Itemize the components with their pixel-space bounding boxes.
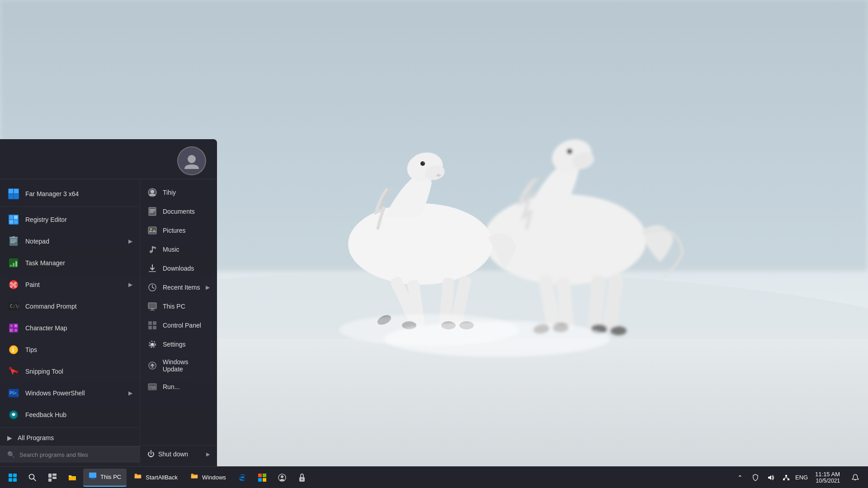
menu-item-music[interactable]: Music — [140, 240, 217, 259]
menu-item-windows-update[interactable]: Windows Update — [140, 354, 217, 377]
notepad-icon — [7, 235, 20, 248]
paint-arrow: ▶ — [128, 282, 132, 288]
menu-item-paint[interactable]: Paint ▶ — [0, 274, 140, 296]
search-input[interactable] — [19, 451, 132, 458]
shutdown-icon: ⏻ — [147, 450, 155, 458]
snipping-tool-label: Snipping Tool — [25, 368, 63, 375]
taskbar-left: This PC StartAllBack Windows — [0, 469, 733, 487]
taskbar: This PC StartAllBack Windows — [0, 466, 868, 488]
svg-point-20 — [420, 161, 425, 166]
menu-item-feedback-hub[interactable]: Feedback Hub — [0, 404, 140, 426]
tihiy-label: Tihiy — [163, 189, 176, 196]
tray-expand-button[interactable]: ⌃ — [733, 469, 747, 487]
svg-rect-114 — [91, 478, 94, 479]
menu-item-command-prompt[interactable]: C:\>_ Command Prompt — [0, 296, 140, 317]
network-tray-icon[interactable] — [779, 469, 793, 487]
search-button[interactable] — [24, 469, 42, 487]
svg-rect-116 — [135, 475, 141, 478]
user-avatar[interactable] — [177, 146, 206, 175]
svg-text:D: D — [15, 329, 17, 332]
svg-point-87 — [150, 228, 152, 230]
search-icon: 🔍 — [7, 451, 15, 458]
svg-rect-109 — [48, 474, 52, 478]
store-button[interactable] — [253, 469, 271, 487]
svg-point-33 — [188, 155, 196, 163]
edge-button[interactable] — [233, 469, 251, 487]
shutdown-bar[interactable]: ⏻ Shut down ▶ — [140, 445, 217, 463]
svg-text:C: C — [10, 329, 12, 332]
svg-rect-47 — [10, 241, 17, 242]
menu-item-this-pc[interactable]: This PC — [140, 297, 217, 316]
svg-rect-49 — [12, 236, 15, 238]
taskbar-app-startallback[interactable]: StartAllBack — [128, 469, 183, 487]
menu-item-powershell[interactable]: PS>_ Windows PowerShell ▶ — [0, 382, 140, 404]
taskbar-right: ⌃ ENG — [733, 469, 868, 487]
menu-item-tips[interactable]: i Tips — [0, 339, 140, 361]
svg-text:i: i — [12, 347, 14, 353]
feedback-hub-icon — [7, 408, 20, 421]
search-bar: 🔍 — [0, 446, 140, 463]
svg-text:C:\>_: C:\>_ — [10, 304, 19, 309]
file-explorer-button[interactable] — [63, 469, 81, 487]
task-view-button[interactable] — [43, 469, 61, 487]
taskbar-app-windows[interactable]: Windows — [185, 469, 231, 487]
windows-update-icon — [147, 361, 157, 371]
run-icon: run — [147, 382, 157, 392]
notepad-arrow: ▶ — [128, 238, 132, 244]
svg-rect-86 — [148, 227, 156, 234]
menu-item-recent-items[interactable]: Recent Items ▶ — [140, 278, 217, 297]
menu-item-all-programs[interactable]: ▶ All Programs — [0, 430, 140, 446]
menu-item-notepad[interactable]: Notepad ▶ — [0, 230, 140, 252]
security-tray-icon[interactable] — [748, 469, 763, 487]
menu-item-snipping-tool[interactable]: Snipping Tool — [0, 361, 140, 382]
menu-item-tihiy[interactable]: Tihiy — [140, 183, 217, 202]
svg-point-32 — [339, 314, 520, 346]
svg-point-16 — [610, 326, 627, 335]
this-pc-label: This PC — [163, 303, 185, 310]
svg-rect-94 — [150, 310, 155, 311]
svg-point-55 — [10, 282, 13, 285]
menu-item-run[interactable]: run Run... — [140, 377, 217, 396]
notification-button[interactable] — [846, 469, 864, 487]
menu-item-documents[interactable]: Documents — [140, 202, 217, 221]
svg-rect-93 — [151, 309, 154, 310]
clock-time: 11:15 AM — [815, 471, 840, 478]
menu-item-control-panel[interactable]: Control Panel — [140, 316, 217, 335]
svg-point-21 — [423, 162, 425, 164]
registry-editor-icon — [7, 213, 20, 226]
svg-point-22 — [436, 174, 441, 177]
menu-item-downloads[interactable]: Downloads — [140, 259, 217, 278]
menu-item-pictures[interactable]: Pictures — [140, 221, 217, 240]
svg-rect-112 — [48, 479, 52, 482]
this-pc-taskbar-label: This PC — [100, 474, 121, 480]
menu-item-registry-editor[interactable]: Registry Editor — [0, 209, 140, 230]
svg-rect-128 — [788, 479, 789, 480]
menu-item-far-manager[interactable]: Far Manager 3 x64 — [0, 183, 140, 205]
menu-item-settings[interactable]: Settings — [140, 335, 217, 354]
spacer — [140, 396, 217, 445]
svg-rect-90 — [149, 271, 156, 272]
svg-point-7 — [567, 149, 572, 154]
svg-rect-96 — [153, 321, 156, 325]
svg-rect-105 — [13, 474, 17, 477]
start-menu: Far Manager 3 x64 Registry Editor Notepa… — [0, 139, 217, 466]
svg-rect-118 — [258, 474, 262, 477]
tihiy-icon — [147, 188, 157, 197]
taskbar-app-this-pc[interactable]: This PC — [83, 469, 127, 487]
menu-body: Far Manager 3 x64 Registry Editor Notepa… — [0, 179, 217, 466]
paint-icon — [7, 278, 20, 291]
search-agent-button[interactable] — [273, 469, 291, 487]
volume-tray-icon[interactable] — [764, 469, 778, 487]
startallback-label: StartAllBack — [146, 474, 178, 481]
svg-rect-107 — [13, 478, 17, 482]
lock-button[interactable] — [293, 469, 311, 487]
language-indicator[interactable]: ENG — [794, 469, 809, 487]
start-button[interactable] — [4, 469, 22, 487]
svg-point-123 — [281, 475, 283, 478]
clock-area[interactable]: 11:15 AM 10/5/2021 — [810, 469, 845, 487]
svg-rect-117 — [191, 475, 198, 478]
menu-item-character-map[interactable]: ABCD Character Map — [0, 317, 140, 339]
clock-date: 10/5/2021 — [816, 478, 840, 484]
user-profile-area — [0, 139, 217, 179]
menu-item-task-manager[interactable]: Task Manager — [0, 252, 140, 274]
